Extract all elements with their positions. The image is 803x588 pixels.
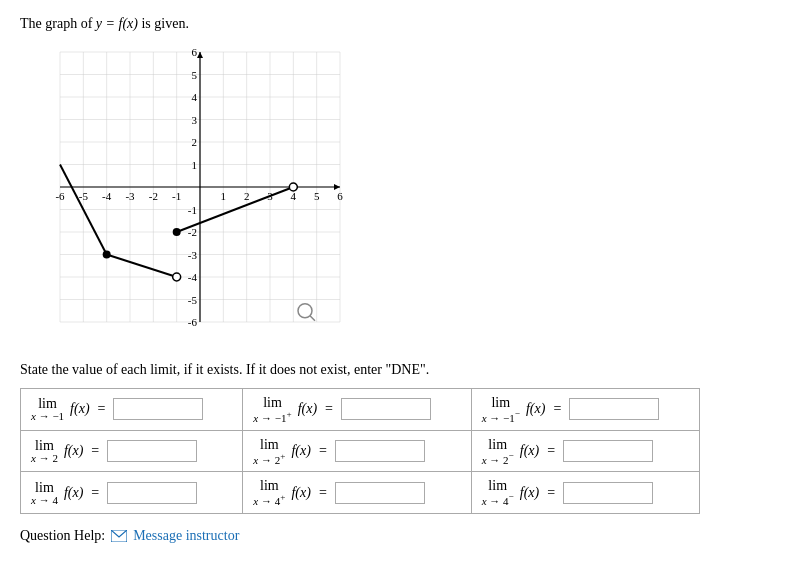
graph-container	[20, 42, 360, 342]
input-lim-x-2-minus[interactable]	[563, 440, 653, 462]
limit-cell-3: lim x → −1− f(x) =	[471, 389, 699, 431]
input-lim-x-4-plus[interactable]	[335, 482, 425, 504]
limit-cell-5: lim x → 2+ f(x) =	[243, 430, 471, 472]
intro-equation: y = f(x)	[96, 16, 138, 31]
question-help-label: Question Help:	[20, 528, 105, 544]
limit-cell-8: lim x → 4+ f(x) =	[243, 472, 471, 514]
limit-cell-4: lim x → 2 f(x) =	[21, 430, 243, 472]
question-help: Question Help: Message instructor	[20, 528, 783, 544]
input-lim-x-neg1-plus[interactable]	[341, 398, 431, 420]
table-row: lim x → 4 f(x) = lim x → 4+ f(x) =	[21, 472, 700, 514]
input-lim-x-4-minus[interactable]	[563, 482, 653, 504]
limit-cell-9: lim x → 4− f(x) =	[471, 472, 699, 514]
table-row: lim x → 2 f(x) = lim x → 2+ f(x) =	[21, 430, 700, 472]
limit-cell-2: lim x → −1+ f(x) =	[243, 389, 471, 431]
message-instructor-link[interactable]: Message instructor	[133, 528, 239, 544]
limit-table: lim x → −1 f(x) = lim x → −1+ f(x) =	[20, 388, 700, 514]
limit-cell-7: lim x → 4 f(x) =	[21, 472, 243, 514]
table-row: lim x → −1 f(x) = lim x → −1+ f(x) =	[21, 389, 700, 431]
input-lim-x-4[interactable]	[107, 482, 197, 504]
limit-cell-1: lim x → −1 f(x) =	[21, 389, 243, 431]
input-lim-x-neg1-minus[interactable]	[569, 398, 659, 420]
limit-cell-6: lim x → 2− f(x) =	[471, 430, 699, 472]
input-lim-x-2[interactable]	[107, 440, 197, 462]
envelope-icon	[111, 530, 127, 542]
intro-text: The graph of y = f(x) is given.	[20, 16, 783, 32]
input-lim-x-neg1[interactable]	[113, 398, 203, 420]
state-text: State the value of each limit, if it exi…	[20, 362, 783, 378]
graph-canvas	[20, 42, 360, 342]
input-lim-x-2-plus[interactable]	[335, 440, 425, 462]
